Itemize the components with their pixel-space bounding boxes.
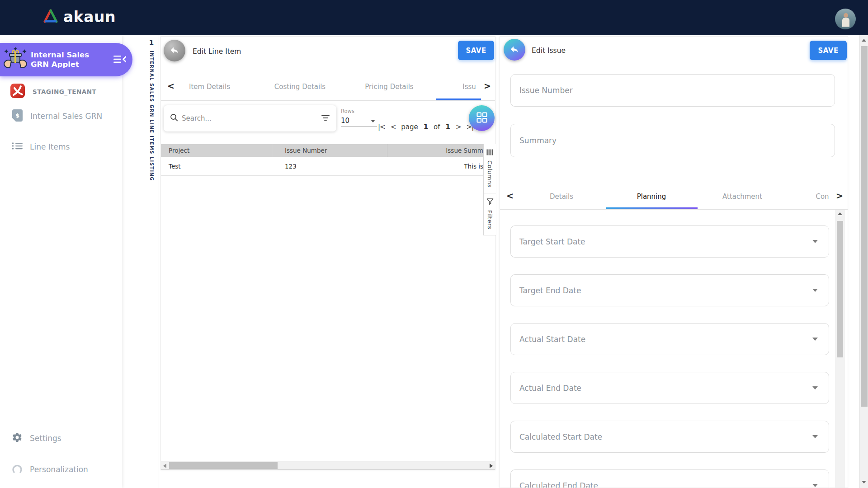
edit-line-item-panel: Edit Line Item SAVE < Item Details Costi… bbox=[160, 36, 495, 470]
cell-issue-number: 123 bbox=[272, 157, 387, 175]
scroll-left-arrow-icon[interactable] bbox=[163, 464, 166, 468]
sidebar-item-tenant[interactable]: STAGING_TENANT bbox=[0, 83, 122, 100]
sidebar-collapse-button[interactable] bbox=[113, 52, 127, 67]
col-header-issue-number[interactable]: Issue Number bbox=[272, 144, 387, 157]
scroll-up-arrow-icon[interactable] bbox=[838, 212, 842, 215]
sidebar: Internal Sales GRN Applet STAGIN bbox=[0, 35, 122, 488]
columns-tool-button[interactable]: Columns bbox=[484, 144, 496, 193]
sidebar-item-settings[interactable]: Settings bbox=[0, 430, 122, 447]
tabs-scroll-right-icon[interactable]: > bbox=[836, 191, 843, 201]
table-side-tools: Columns Filters bbox=[483, 144, 496, 235]
tenant-label: STAGING_TENANT bbox=[33, 88, 96, 95]
svg-text:$: $ bbox=[15, 112, 19, 119]
actual-start-date-label: Actual Start Date bbox=[519, 335, 585, 344]
panel-scrollbar-thumb[interactable] bbox=[837, 221, 843, 357]
next-page-button[interactable]: > bbox=[456, 123, 461, 131]
save-issue-button[interactable]: SAVE bbox=[810, 41, 847, 60]
dropdown-caret-icon bbox=[812, 338, 818, 341]
search-icon bbox=[170, 113, 178, 123]
tabs-scroll-left-icon[interactable]: < bbox=[167, 81, 175, 91]
table-row[interactable]: Test 123 This is bbox=[161, 157, 483, 176]
window-scrollbar[interactable] bbox=[859, 35, 868, 488]
issue-tab-bar: < Details Planning Attachment Con > bbox=[500, 183, 848, 210]
prev-page-button[interactable]: < bbox=[391, 123, 396, 131]
tab-issue[interactable]: Issu bbox=[458, 83, 480, 91]
issue-number-field[interactable]: Issue Number bbox=[510, 74, 835, 107]
columns-tool-label: Columns bbox=[486, 160, 493, 188]
save-line-item-button[interactable]: SAVE bbox=[458, 41, 494, 60]
calculated-end-date-select[interactable]: Calculated End Date bbox=[510, 469, 829, 488]
first-page-button[interactable]: |< bbox=[378, 123, 385, 131]
back-arrow-icon bbox=[509, 44, 519, 56]
tab-planning[interactable]: Planning bbox=[624, 192, 679, 201]
rows-dropdown-caret-icon[interactable] bbox=[371, 120, 375, 122]
dropdown-caret-icon bbox=[812, 484, 818, 487]
listing-tab-index: 1 bbox=[144, 39, 159, 47]
tabs-scroll-right-icon[interactable]: > bbox=[484, 81, 491, 91]
menu-collapse-icon bbox=[113, 58, 126, 65]
tenant-logo-icon bbox=[10, 83, 25, 100]
current-page: 1 bbox=[424, 123, 428, 131]
target-start-date-select[interactable]: Target Start Date bbox=[510, 225, 829, 258]
summary-field[interactable]: Summary bbox=[510, 124, 835, 157]
calculated-start-date-select[interactable]: Calculated Start Date bbox=[510, 421, 829, 453]
grid-icon bbox=[476, 112, 488, 125]
cell-project: Test bbox=[161, 163, 272, 170]
tab-item-details[interactable]: Item Details bbox=[181, 83, 238, 91]
gift-hands-icon bbox=[3, 47, 28, 73]
tab-con[interactable]: Con bbox=[812, 192, 832, 201]
user-avatar[interactable] bbox=[835, 9, 856, 29]
page-word: page bbox=[401, 123, 418, 131]
scroll-down-arrow-icon[interactable] bbox=[862, 481, 866, 483]
top-navbar: akaun bbox=[0, 0, 868, 35]
col-header-project[interactable]: Project bbox=[161, 147, 272, 154]
avatar-person-body bbox=[842, 18, 849, 27]
col-header-issue-summary[interactable]: Issue Summ bbox=[387, 144, 483, 157]
pagination: |< < page 1 of 1 > >| bbox=[378, 123, 473, 131]
cell-issue-summary: This is bbox=[387, 157, 483, 175]
table-horizontal-scrollbar[interactable] bbox=[161, 461, 495, 470]
filter-list-icon[interactable] bbox=[321, 114, 330, 123]
back-button-line-item[interactable] bbox=[164, 40, 185, 61]
search-input[interactable] bbox=[182, 114, 317, 122]
scroll-right-arrow-icon[interactable] bbox=[490, 464, 493, 468]
tabs-scroll-left-icon[interactable]: < bbox=[506, 191, 514, 201]
scroll-up-arrow-icon[interactable] bbox=[862, 39, 866, 42]
issue-panel-scrollbar[interactable] bbox=[835, 210, 845, 488]
applet-title: Internal Sales GRN Applet bbox=[31, 50, 104, 70]
active-tab-underline bbox=[606, 207, 698, 209]
sidebar-item-line-items[interactable]: Line Items bbox=[0, 138, 122, 155]
tab-costing-details[interactable]: Costing Details bbox=[267, 83, 333, 91]
brand-logo: akaun bbox=[42, 8, 116, 26]
target-end-date-select[interactable]: Target End Date bbox=[510, 274, 829, 306]
of-word: of bbox=[434, 123, 440, 131]
listing-tab-strip[interactable]: 1 INTERNAL SALES GRN LINE ITEMS LISTING bbox=[144, 35, 159, 488]
actual-end-date-select[interactable]: Actual End Date bbox=[510, 372, 829, 404]
tab-details[interactable]: Details bbox=[534, 192, 589, 201]
issues-table: Project Issue Number Issue Summ Test 123… bbox=[161, 144, 483, 176]
total-pages: 1 bbox=[446, 123, 450, 131]
brand-name: akaun bbox=[63, 8, 116, 26]
calculated-start-date-label: Calculated Start Date bbox=[519, 432, 602, 441]
actual-start-date-select[interactable]: Actual Start Date bbox=[510, 323, 829, 355]
dropdown-caret-icon bbox=[812, 435, 818, 438]
tab-attachment[interactable]: Attachment bbox=[715, 192, 769, 201]
rows-per-page-select[interactable]: Rows 10 bbox=[341, 108, 378, 127]
module-label: Internal Sales GRN bbox=[30, 112, 102, 121]
back-button-issue[interactable] bbox=[504, 39, 525, 61]
horizontal-scrollbar-thumb[interactable] bbox=[169, 462, 278, 469]
sidebar-item-personalization[interactable]: Personalization bbox=[0, 461, 122, 478]
rows-underline bbox=[341, 127, 377, 127]
dropdown-caret-icon bbox=[812, 386, 818, 389]
settings-label: Settings bbox=[30, 434, 61, 443]
line-item-tab-bar: < Item Details Costing Details Pricing D… bbox=[161, 73, 495, 101]
applet-header: Internal Sales GRN Applet bbox=[0, 43, 132, 76]
grid-view-button[interactable] bbox=[469, 105, 495, 131]
document-dollar-icon: $ bbox=[12, 109, 23, 124]
akaun-triangle-icon bbox=[42, 9, 59, 25]
filters-tool-button[interactable]: Filters bbox=[484, 193, 496, 235]
sidebar-item-module[interactable]: $ Internal Sales GRN bbox=[0, 108, 122, 125]
dropdown-caret-icon bbox=[812, 289, 818, 292]
tab-pricing-details[interactable]: Pricing Details bbox=[358, 83, 421, 91]
window-scrollbar-thumb[interactable] bbox=[861, 46, 868, 407]
